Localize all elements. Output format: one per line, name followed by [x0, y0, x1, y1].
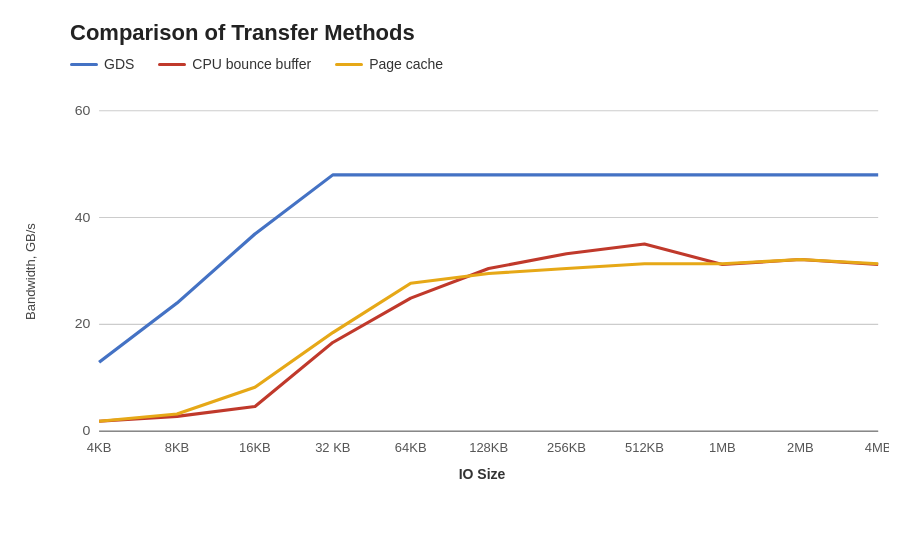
svg-text:256KB: 256KB	[547, 441, 586, 455]
legend-item-page: Page cache	[335, 56, 443, 72]
page-cache-line	[99, 260, 878, 422]
svg-text:40: 40	[75, 210, 91, 225]
svg-text:32 KB: 32 KB	[315, 441, 350, 455]
svg-text:2MB: 2MB	[787, 441, 814, 455]
legend: GDS CPU bounce buffer Page cache	[70, 56, 889, 72]
svg-text:4KB: 4KB	[87, 441, 112, 455]
chart-title: Comparison of Transfer Methods	[70, 20, 889, 46]
svg-text:0: 0	[83, 424, 91, 439]
legend-line-gds	[70, 63, 98, 66]
chart-inner: 0 20 40 60 4KB 8KB 16KB 32 KB 64KB 128KB…	[45, 82, 889, 462]
legend-item-gds: GDS	[70, 56, 134, 72]
chart-area: Bandwidth, GB/s 0 20 40 60 4KB	[20, 82, 889, 462]
svg-text:60: 60	[75, 103, 91, 118]
svg-text:512KB: 512KB	[625, 441, 664, 455]
legend-line-page	[335, 63, 363, 66]
legend-label-gds: GDS	[104, 56, 134, 72]
x-axis-label: IO Size	[75, 466, 889, 482]
svg-text:4MB: 4MB	[865, 441, 889, 455]
legend-label-page: Page cache	[369, 56, 443, 72]
svg-text:16KB: 16KB	[239, 441, 271, 455]
chart-svg: 0 20 40 60 4KB 8KB 16KB 32 KB 64KB 128KB…	[45, 82, 889, 462]
legend-label-cpu: CPU bounce buffer	[192, 56, 311, 72]
svg-text:1MB: 1MB	[709, 441, 736, 455]
svg-text:8KB: 8KB	[165, 441, 190, 455]
legend-item-cpu: CPU bounce buffer	[158, 56, 311, 72]
svg-text:20: 20	[75, 317, 91, 332]
svg-text:128KB: 128KB	[469, 441, 508, 455]
y-axis-label: Bandwidth, GB/s	[20, 82, 40, 462]
chart-container: Comparison of Transfer Methods GDS CPU b…	[0, 0, 909, 537]
svg-text:64KB: 64KB	[395, 441, 427, 455]
legend-line-cpu	[158, 63, 186, 66]
